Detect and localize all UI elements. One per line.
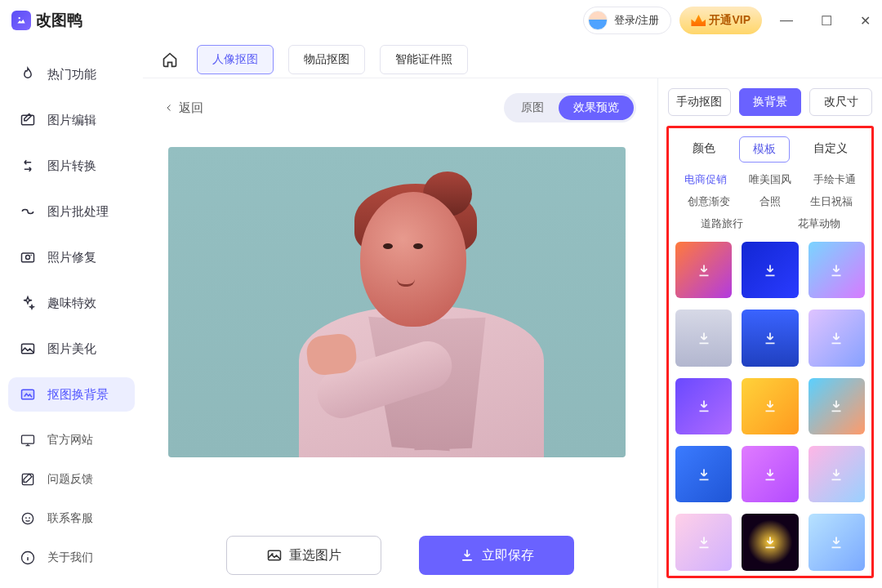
download-icon bbox=[695, 329, 713, 347]
login-button[interactable]: 登录/注册 bbox=[583, 7, 672, 34]
home-icon[interactable] bbox=[161, 51, 179, 69]
svg-rect-14 bbox=[269, 550, 281, 560]
download-icon bbox=[827, 533, 845, 551]
sidebar-item-2[interactable]: 联系客服 bbox=[8, 501, 135, 536]
bg-thumb-7[interactable] bbox=[742, 378, 798, 434]
bg-thumb-0[interactable] bbox=[675, 242, 732, 298]
sidebar-item-6[interactable]: 图片美化 bbox=[8, 332, 135, 366]
sidebar-item-1[interactable]: 问题反馈 bbox=[8, 462, 135, 497]
seg-preview[interactable]: 效果预览 bbox=[559, 96, 634, 120]
svg-point-4 bbox=[30, 255, 32, 256]
bg-category-1[interactable]: 唯美国风 bbox=[745, 171, 795, 189]
sidebar-item-5[interactable]: 趣味特效 bbox=[8, 286, 135, 320]
svg-point-11 bbox=[25, 517, 27, 519]
right-op-2[interactable]: 改尺寸 bbox=[809, 88, 872, 116]
window-minimize[interactable]: — bbox=[780, 13, 793, 29]
vip-label: 开通VIP bbox=[709, 13, 751, 28]
bg-thumb-1[interactable] bbox=[742, 242, 798, 298]
tab-0[interactable]: 人像抠图 bbox=[197, 45, 274, 74]
right-op-1[interactable]: 换背景 bbox=[739, 88, 802, 116]
bg-subopt-0[interactable]: 颜色 bbox=[679, 136, 728, 163]
sidebar-item-0[interactable]: 官方网站 bbox=[8, 423, 135, 457]
right-op-0[interactable]: 手动抠图 bbox=[668, 88, 731, 116]
person-cutout bbox=[283, 180, 544, 457]
save-label: 立即保存 bbox=[482, 547, 534, 564]
sidebar-item-label: 趣味特效 bbox=[47, 296, 96, 311]
avatar-icon bbox=[588, 11, 608, 30]
sidebar-item-label: 图片转换 bbox=[47, 158, 96, 174]
sidebar-item-label: 热门功能 bbox=[47, 67, 96, 82]
download-icon bbox=[761, 466, 779, 483]
sidebar-item-4[interactable]: 照片修复 bbox=[8, 240, 135, 274]
sidebar-item-label: 联系客服 bbox=[47, 511, 93, 526]
bg-category-3[interactable]: 创意渐变 bbox=[684, 193, 734, 212]
right-panel: 手动抠图换背景改尺寸 颜色模板自定义 电商促销唯美国风手绘卡通创意渐变合照生日祝… bbox=[657, 78, 882, 588]
vip-button[interactable]: 开通VIP bbox=[679, 7, 762, 34]
convert-icon bbox=[20, 158, 36, 174]
bg-thumb-11[interactable] bbox=[808, 446, 865, 502]
bg-thumb-12[interactable] bbox=[675, 514, 732, 570]
download-icon bbox=[695, 466, 713, 483]
svg-point-0 bbox=[19, 17, 20, 19]
save-button[interactable]: 立即保存 bbox=[419, 536, 574, 575]
download-icon bbox=[827, 329, 845, 347]
bg-category-2[interactable]: 手绘卡通 bbox=[809, 171, 860, 189]
bg-thumb-8[interactable] bbox=[808, 378, 865, 434]
bg-thumb-4[interactable] bbox=[742, 310, 798, 366]
sidebar-item-1[interactable]: 图片编辑 bbox=[8, 103, 135, 137]
svg-rect-5 bbox=[22, 344, 34, 354]
repair-icon bbox=[20, 249, 36, 265]
bg-thumb-10[interactable] bbox=[742, 446, 798, 502]
sidebar-item-label: 图片批处理 bbox=[47, 204, 109, 220]
sidebar-item-2[interactable]: 图片转换 bbox=[8, 149, 135, 183]
bg-thumb-9[interactable] bbox=[675, 446, 732, 502]
sidebar-item-0[interactable]: 热门功能 bbox=[8, 57, 135, 91]
sidebar-item-label: 关于我们 bbox=[47, 550, 93, 565]
window-close[interactable]: ✕ bbox=[860, 13, 871, 29]
app-name: 改图鸭 bbox=[36, 10, 82, 31]
tab-row: 人像抠图物品抠图智能证件照 bbox=[143, 41, 882, 78]
svg-point-3 bbox=[26, 256, 30, 260]
bg-category-0[interactable]: 电商促销 bbox=[680, 171, 731, 189]
download-icon bbox=[695, 397, 713, 415]
bg-thumb-14[interactable] bbox=[808, 514, 865, 570]
bg-thumb-3[interactable] bbox=[675, 310, 732, 366]
titlebar: 改图鸭 登录/注册 开通VIP — ☐ ✕ bbox=[0, 0, 882, 41]
download-icon bbox=[827, 466, 845, 483]
svg-rect-2 bbox=[22, 253, 34, 262]
bg-thumb-2[interactable] bbox=[808, 242, 865, 298]
seg-original[interactable]: 原图 bbox=[506, 96, 559, 120]
edit-image-icon bbox=[20, 112, 36, 128]
download-icon bbox=[761, 533, 779, 551]
crown-icon bbox=[691, 15, 706, 26]
sidebar-item-3[interactable]: 图片批处理 bbox=[8, 194, 135, 229]
bg-thumb-13[interactable] bbox=[742, 514, 798, 570]
bg-category-5[interactable]: 生日祝福 bbox=[806, 193, 857, 212]
tab-1[interactable]: 物品抠图 bbox=[288, 45, 365, 74]
bg-category-6[interactable]: 道路旅行 bbox=[697, 215, 747, 234]
feedback-icon bbox=[20, 471, 36, 488]
sidebar-item-3[interactable]: 关于我们 bbox=[8, 541, 135, 575]
info-icon bbox=[20, 550, 36, 566]
bg-thumb-5[interactable] bbox=[808, 310, 865, 366]
chevron-left-icon bbox=[164, 103, 174, 113]
window-maximize[interactable]: ☐ bbox=[821, 13, 832, 29]
back-button[interactable]: 返回 bbox=[164, 100, 203, 116]
sidebar-item-7[interactable]: 抠图换背景 bbox=[8, 377, 135, 412]
app-logo-icon bbox=[11, 11, 31, 30]
back-label: 返回 bbox=[179, 100, 203, 116]
bg-category-4[interactable]: 合照 bbox=[755, 193, 785, 212]
content: 人像抠图物品抠图智能证件照 返回 原图 效果预览 bbox=[143, 41, 882, 588]
bg-subopt-1[interactable]: 模板 bbox=[739, 136, 790, 163]
sidebar-item-label: 抠图换背景 bbox=[47, 387, 109, 403]
download-icon bbox=[827, 261, 845, 279]
bg-category-7[interactable]: 花草动物 bbox=[794, 215, 844, 234]
svg-point-15 bbox=[271, 553, 273, 555]
bg-subopt-2[interactable]: 自定义 bbox=[800, 136, 861, 163]
tab-2[interactable]: 智能证件照 bbox=[380, 45, 468, 74]
bg-swap-icon bbox=[20, 386, 36, 403]
reselect-button[interactable]: 重选图片 bbox=[226, 536, 381, 575]
image-icon bbox=[266, 547, 283, 564]
batch-icon bbox=[20, 203, 36, 220]
bg-thumb-6[interactable] bbox=[675, 378, 732, 434]
